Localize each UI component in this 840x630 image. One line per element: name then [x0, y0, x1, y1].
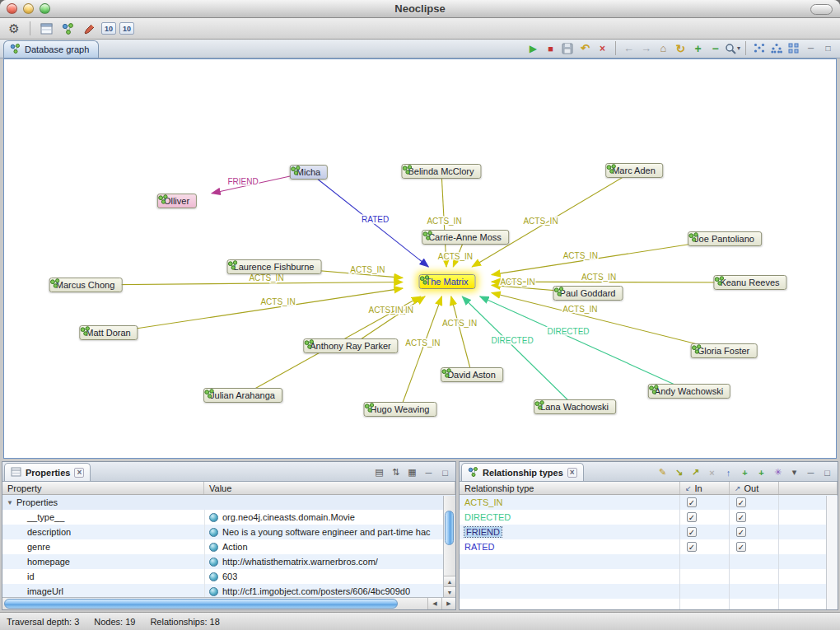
scroll-right-icon[interactable]: ▶ — [441, 598, 455, 609]
maximize-view-icon[interactable]: □ — [820, 465, 834, 479]
add-incoming-node-icon[interactable]: + — [738, 465, 752, 479]
show-relationship-ids-icon[interactable]: 10 — [119, 22, 134, 35]
forward-icon[interactable]: → — [638, 40, 654, 56]
graph-node[interactable]: Lana Wachowski — [534, 399, 616, 414]
property-row[interactable]: id603 — [2, 569, 455, 584]
close-view-icon[interactable]: × — [74, 468, 84, 478]
add-incoming-icon[interactable]: ↘ — [672, 465, 686, 479]
tree-mode-icon[interactable]: ▤ — [372, 465, 386, 479]
expander-icon[interactable]: ▼ — [7, 499, 13, 506]
titlebar[interactable]: Neoclipse — [0, 0, 840, 18]
property-row[interactable]: homepagehttp://whatisthematrix.warnerbro… — [2, 554, 455, 569]
property-row[interactable]: genreAction — [2, 539, 455, 554]
zoom-icon[interactable]: ▾ — [725, 40, 740, 56]
checkbox[interactable]: ✓ — [736, 512, 746, 522]
add-outgoing-node-icon[interactable]: + — [754, 465, 768, 479]
decrease-depth-icon[interactable]: − — [707, 40, 723, 56]
checkbox[interactable]: ✓ — [736, 497, 746, 507]
clear-highlight-icon[interactable]: × — [705, 465, 719, 479]
column-header-in[interactable]: ↙In — [680, 482, 730, 494]
property-row[interactable]: descriptionNeo is a young software engin… — [2, 525, 455, 539]
checkbox[interactable]: ✓ — [736, 542, 746, 552]
zoom-window-button[interactable] — [40, 3, 50, 14]
checkbox[interactable]: ✓ — [687, 527, 697, 537]
move-up-icon[interactable]: ↑ — [721, 465, 735, 479]
launch-icon[interactable] — [80, 20, 98, 38]
graph-node[interactable]: Keanu Reeves — [713, 275, 786, 290]
graph-node[interactable]: Anthony Ray Parker — [303, 338, 398, 353]
back-icon[interactable]: ← — [621, 40, 637, 56]
graph-node[interactable]: Hugo Weaving — [364, 402, 437, 417]
revert-icon[interactable]: ↶ — [577, 40, 593, 56]
relationship-row[interactable]: RATED✓✓ — [460, 539, 838, 554]
checkbox[interactable]: ✓ — [687, 512, 697, 522]
graph-node[interactable]: Marc Aden — [605, 163, 663, 178]
checkbox[interactable]: ✓ — [736, 527, 746, 537]
delete-icon[interactable]: × — [595, 40, 610, 56]
columns-icon[interactable]: ▦ — [405, 465, 419, 479]
graph-node[interactable]: Andy Wachowski — [648, 384, 730, 399]
column-header-relationship-type[interactable]: Relationship type — [460, 482, 680, 494]
maximize-view-icon[interactable]: □ — [820, 40, 836, 56]
save-icon[interactable] — [560, 40, 576, 56]
graph-node[interactable]: David Aston — [441, 367, 503, 382]
home-icon[interactable]: ⌂ — [656, 40, 671, 56]
graph-node[interactable]: Joe Pantoliano — [688, 231, 762, 246]
relationship-row[interactable]: DIRECTED✓✓ — [460, 510, 838, 525]
horizontal-scrollbar[interactable]: ◀ ▶ — [2, 597, 455, 609]
spring-layout-icon[interactable] — [751, 40, 767, 56]
graph-canvas[interactable]: FRIENDRATEDACTS_INACTS_INACTS_INACTS_INA… — [3, 58, 837, 459]
graph-node[interactable]: Olliver — [157, 194, 197, 208]
tree-row-properties[interactable]: ▼ Properties — [2, 495, 455, 510]
increase-depth-icon[interactable]: + — [690, 40, 706, 56]
graph-node[interactable]: Paul Goddard — [553, 286, 623, 301]
checkbox[interactable]: ✓ — [687, 497, 697, 507]
add-outgoing-icon[interactable]: ↗ — [688, 465, 702, 479]
scrollbar-thumb[interactable] — [4, 599, 398, 609]
refresh-icon[interactable]: ↻ — [673, 40, 688, 56]
graph-node[interactable]: Micha — [290, 165, 328, 180]
column-header-property[interactable]: Property — [2, 482, 204, 494]
relationship-row[interactable]: FRIEND✓✓ — [460, 525, 838, 539]
sort-icon[interactable]: ⇅ — [389, 465, 403, 479]
grid-view-icon[interactable] — [37, 20, 55, 38]
minimize-view-icon[interactable]: ─ — [803, 40, 819, 56]
graph-node[interactable]: Marcus Chong — [49, 278, 123, 292]
radial-layout-icon[interactable] — [786, 40, 801, 56]
scroll-down-icon[interactable]: ▼ — [444, 586, 455, 597]
close-view-icon[interactable]: × — [567, 468, 577, 478]
stop-icon[interactable]: ■ — [543, 40, 558, 56]
minimize-window-button[interactable] — [23, 3, 34, 14]
tab-database-graph[interactable]: Database graph — [3, 40, 99, 58]
highlight-relationships-icon[interactable]: ✎ — [656, 465, 670, 479]
maximize-view-icon[interactable]: □ — [438, 465, 452, 479]
minimize-view-icon[interactable]: ─ — [804, 465, 818, 479]
start-traversal-icon[interactable]: ▶ — [525, 40, 541, 56]
toolbar-toggle-button[interactable] — [810, 4, 833, 15]
graph-node[interactable]: Julian Arahanga — [203, 388, 282, 403]
column-header-out[interactable]: ↗Out — [730, 482, 779, 494]
column-header-value[interactable]: Value — [204, 482, 455, 494]
view-menu-icon[interactable]: ▾ — [787, 465, 801, 479]
show-node-ids-icon[interactable]: 10 — [101, 22, 116, 35]
tab-properties[interactable]: Properties × — [4, 463, 91, 481]
graph-node[interactable]: Laurence Fishburne — [227, 259, 322, 274]
graph-view-icon[interactable] — [58, 20, 77, 38]
scroll-left-icon[interactable]: ◀ — [427, 598, 441, 609]
graph-node[interactable]: The Matrix — [419, 274, 476, 289]
scrollbar-track[interactable] — [826, 496, 838, 609]
property-row[interactable]: __type__org.neo4j.cineasts.domain.Movie — [2, 510, 455, 525]
checkbox[interactable]: ✓ — [687, 542, 697, 552]
scroll-up-icon[interactable]: ▲ — [444, 576, 455, 586]
graph-node[interactable]: Belinda McClory — [401, 164, 481, 179]
new-relationship-type-icon[interactable]: ✳ — [771, 465, 785, 479]
tab-relationship-types[interactable]: Relationship types × — [461, 463, 584, 481]
minimize-view-icon[interactable]: ─ — [422, 465, 436, 479]
graph-node[interactable]: Carrie-Anne Moss — [422, 230, 509, 245]
graph-node[interactable]: Gloria Foster — [691, 343, 758, 358]
close-window-button[interactable] — [7, 3, 17, 14]
tree-layout-icon[interactable] — [768, 40, 784, 56]
preferences-icon[interactable]: ⚙ — [5, 20, 23, 38]
graph-node[interactable]: Matt Doran — [79, 325, 138, 340]
scrollbar-thumb[interactable] — [445, 511, 454, 545]
